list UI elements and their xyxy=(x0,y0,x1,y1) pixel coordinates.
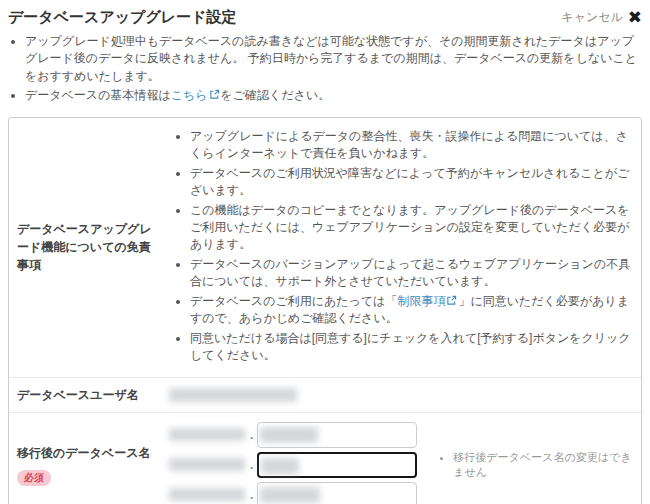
intro-notes: アップグレード処理中もデータベースの読み書きなどは可能な状態ですが、その期間更新… xyxy=(8,33,642,105)
disclaimer-item-4: データベースのバージョンアップによって起こるウェブアプリケーションの不具合につい… xyxy=(190,256,633,290)
db-name-input-1[interactable] xyxy=(257,422,417,448)
db-name-value-redacted xyxy=(261,458,299,474)
db-name-separator: . xyxy=(250,488,253,502)
db-name-input-3[interactable] xyxy=(257,482,417,504)
intro-note-2: データベースの基本情報はこちらをご確認ください。 xyxy=(25,87,642,104)
db-name-prefix-redacted xyxy=(169,428,245,441)
intro-note-1: アップグレード処理中もデータベースの読み書きなどは可能な状態ですが、その期間更新… xyxy=(25,33,642,85)
intro-note-2-prefix: データベースの基本情報は xyxy=(25,88,171,102)
db-name-input-2[interactable] xyxy=(257,452,417,478)
db-name-value-redacted xyxy=(260,487,320,503)
db-name-line-1: . xyxy=(169,422,417,448)
basic-info-link[interactable]: こちら xyxy=(171,88,208,102)
db-name-separator: . xyxy=(250,428,253,442)
db-name-prefix-redacted xyxy=(169,458,245,471)
close-icon[interactable]: ✖ xyxy=(628,9,642,26)
external-link-icon xyxy=(446,295,457,306)
external-link-icon xyxy=(209,89,220,100)
db-user-row: データベースユーザ名 xyxy=(9,377,641,412)
intro-note-2-suffix: をご確認ください。 xyxy=(221,88,331,102)
disclaimer-row: データベースアップグレード機能についての免責事項 アップグレードによるデータの整… xyxy=(9,118,641,377)
restrictions-link[interactable]: 制限事項 xyxy=(397,294,445,308)
db-name-label: 移行後のデータベース名 xyxy=(17,446,150,460)
dialog-header: データベースアップグレード設定 キャンセル ✖ xyxy=(8,8,642,27)
cancel-link[interactable]: キャンセル xyxy=(561,9,622,26)
disclaimer-label: データベースアップグレード機能についての免責事項 xyxy=(9,118,161,377)
db-name-prefix-redacted xyxy=(169,488,245,501)
disclaimer-item-1: アップグレードによるデータの整合性、喪失・誤操作による問題については、さくらイン… xyxy=(190,128,633,162)
db-name-separator: . xyxy=(250,458,253,472)
disclaimer-item-6: 同意いただける場合は[同意する]にチェックを入れて[予約する]ボタンをクリックし… xyxy=(190,330,633,364)
db-name-line-3: . xyxy=(169,482,417,504)
db-name-value-redacted xyxy=(260,427,318,443)
header-actions: キャンセル ✖ xyxy=(561,9,642,26)
disclaimer-list: アップグレードによるデータの整合性、喪失・誤操作による問題については、さくらイン… xyxy=(169,128,633,367)
disclaimer-item-5: データベースのご利用にあたっては「制限事項」に同意いただく必要がありますので、あ… xyxy=(190,293,633,327)
required-badge: 必須 xyxy=(17,470,51,486)
db-user-value-redacted xyxy=(169,388,297,402)
disclaimer-item-5-prefix: データベースのご利用にあたっては「 xyxy=(190,294,397,308)
db-user-label: データベースユーザ名 xyxy=(9,378,161,412)
db-name-row: 移行後のデータベース名 必須 . . xyxy=(9,412,641,504)
db-name-line-2: . xyxy=(169,452,417,478)
page-title: データベースアップグレード設定 xyxy=(8,8,237,27)
upgrade-settings-form: データベースアップグレード機能についての免責事項 アップグレードによるデータの整… xyxy=(8,117,642,504)
disclaimer-item-2: データベースのご利用状況や障害などによって予約がキャンセルされることがございます… xyxy=(190,165,633,199)
db-name-note: 移行後データベース名の変更はできません xyxy=(453,450,633,480)
disclaimer-item-3: この機能はデータのコピーまでとなります。アップグレード後のデータベースをご利用い… xyxy=(190,202,633,253)
